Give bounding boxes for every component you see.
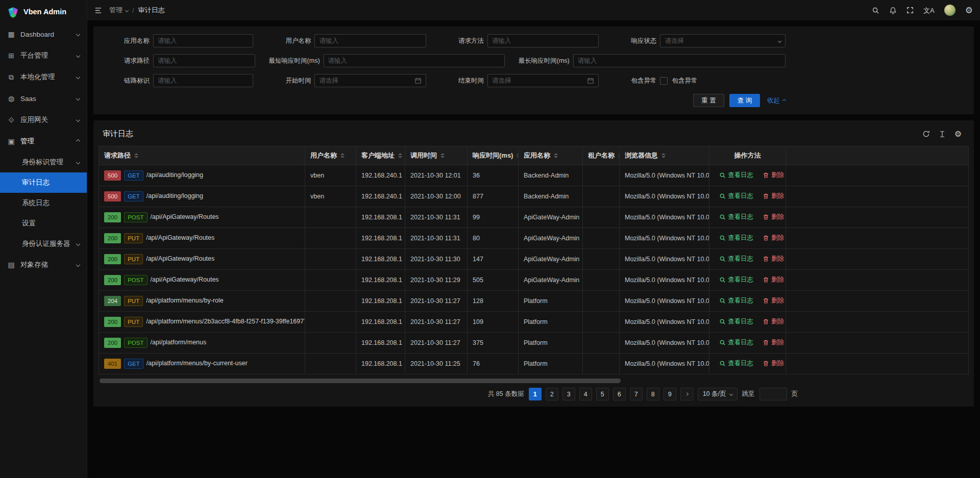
user-name-cell: vben (305, 186, 356, 207)
sidebar-item-platform[interactable]: ⊞平台管理 (0, 45, 87, 66)
end-time-picker[interactable]: 请选择 (487, 74, 599, 87)
fullscreen-icon[interactable] (906, 7, 914, 14)
view-log-button[interactable]: 查看日志 (719, 317, 753, 326)
sidebar-item-dashboard[interactable]: ▦Dashboard (0, 23, 87, 45)
delete-button[interactable]: 删除 (763, 275, 784, 284)
sidebar-subitem-system-log[interactable]: 系统日志 (0, 193, 87, 213)
sidebar-item-object-storage[interactable]: ▤对象存储 (0, 254, 87, 275)
delete-button[interactable]: 删除 (763, 296, 784, 305)
user-name-input[interactable] (319, 37, 422, 44)
reset-button[interactable]: 重 置 (693, 94, 724, 107)
page-size-value: 10 条/页 (703, 390, 726, 398)
delete-button[interactable]: 删除 (763, 234, 784, 242)
view-log-button[interactable]: 查看日志 (719, 213, 753, 221)
page-button-9[interactable]: 9 (664, 388, 676, 400)
column-header-4[interactable]: 响应时间(ms) (468, 146, 519, 165)
app-name-cell: Platform (519, 312, 583, 333)
view-log-button[interactable]: 查看日志 (719, 255, 753, 263)
column-header-7[interactable]: 浏览器信息 (620, 146, 709, 165)
page-button-7[interactable]: 7 (630, 388, 643, 400)
settings-icon[interactable]: ⚙ (965, 6, 973, 15)
request-path-text: /api/auditing/logging (146, 192, 203, 199)
call-time-cell: 2021-10-30 11:27 (405, 312, 468, 333)
view-log-button[interactable]: 查看日志 (719, 234, 753, 242)
column-header-1[interactable]: 用户名称 (305, 146, 356, 165)
trace-id-input[interactable] (158, 77, 249, 84)
column-height-icon[interactable] (939, 131, 946, 138)
column-header-3[interactable]: 调用时间 (405, 146, 468, 165)
sidebar-item-saas[interactable]: ◍Saas (0, 88, 87, 109)
http-method-input[interactable] (492, 37, 595, 44)
view-log-button[interactable]: 查看日志 (719, 359, 753, 368)
sidebar-subitem-settings[interactable]: 设置 (0, 213, 87, 234)
http-status-select[interactable]: 请选择 (660, 34, 786, 47)
page-button-6[interactable]: 6 (613, 388, 626, 400)
delete-button[interactable]: 删除 (763, 338, 784, 347)
chevron-down-icon (76, 54, 80, 58)
avatar[interactable] (944, 5, 955, 16)
search-button[interactable]: 查 询 (729, 94, 760, 107)
delete-button[interactable]: 删除 (763, 192, 784, 200)
logo[interactable]: Vben Admin (0, 0, 87, 23)
page-button-4[interactable]: 4 (579, 388, 592, 400)
sidebar-subitem-label: 审计日志 (22, 178, 80, 187)
page-button-3[interactable]: 3 (562, 388, 575, 400)
page-button-5[interactable]: 5 (596, 388, 609, 400)
page-button-1[interactable]: 1 (529, 388, 542, 400)
search-icon[interactable] (872, 7, 879, 14)
view-log-button[interactable]: 查看日志 (719, 275, 753, 284)
request-path-cell: 200POST/api/ApiGateway/Routes (99, 207, 305, 228)
sidebar-item-app-gateway[interactable]: ⟐应用网关 (0, 109, 87, 131)
sidebar-subitem-audit-log[interactable]: 审计日志 (0, 172, 87, 193)
filter-label: 链路标识 (106, 77, 150, 85)
table-row: 500GET/api/auditing/loggingvben192.168.2… (99, 186, 969, 207)
request-path-input[interactable] (158, 57, 251, 64)
column-header-6[interactable]: 租户名称 (583, 146, 620, 165)
column-header-5[interactable]: 应用名称 (519, 146, 583, 165)
delete-button[interactable]: 删除 (763, 213, 784, 221)
column-header-0[interactable]: 请求路径 (99, 146, 305, 165)
page-button-2[interactable]: 2 (546, 388, 558, 400)
view-log-label: 查看日志 (728, 317, 753, 326)
view-log-button[interactable]: 查看日志 (719, 171, 753, 180)
sidebar-collapse-icon[interactable] (94, 7, 102, 14)
view-log-button[interactable]: 查看日志 (719, 338, 753, 347)
response-time-cell: 128 (468, 291, 519, 312)
page-size-select[interactable]: 10 条/页 (698, 388, 738, 400)
column-settings-icon[interactable]: ⚙ (954, 130, 962, 138)
method-tag: GET (124, 170, 143, 181)
delete-button[interactable]: 删除 (763, 255, 784, 263)
page-button-8[interactable]: 8 (647, 388, 659, 400)
filter-label: 响应状态 (612, 37, 656, 45)
method-tag: GET (124, 191, 143, 202)
sidebar-subitem-label: 身份标识管理 (22, 158, 77, 167)
sidebar-subitem-auth-server[interactable]: 身份认证服务器 (0, 234, 87, 254)
delete-button[interactable]: 删除 (763, 359, 784, 368)
jump-page-input[interactable] (760, 388, 787, 400)
collapse-filter-link[interactable]: 收起 (767, 96, 786, 105)
max-response-time-input[interactable] (578, 57, 781, 64)
view-log-button[interactable]: 查看日志 (719, 192, 753, 200)
sidebar-item-management[interactable]: ▣管理 (0, 131, 87, 152)
sidebar-item-localization[interactable]: ⧉本地化管理 (0, 66, 87, 88)
tenant-name-cell (583, 249, 620, 270)
view-log-button[interactable]: 查看日志 (719, 296, 753, 305)
has-exception-checkbox[interactable] (660, 77, 668, 85)
delete-button[interactable]: 删除 (763, 171, 784, 180)
refresh-icon[interactable] (922, 130, 930, 138)
locale-icon[interactable]: 文A (923, 7, 935, 14)
horizontal-scrollbar-thumb[interactable] (100, 379, 621, 383)
next-page-button[interactable] (680, 388, 693, 400)
app-name-input[interactable] (158, 37, 249, 44)
breadcrumb-item-management[interactable]: 管理 (109, 6, 128, 15)
start-time-picker[interactable]: 请选择 (314, 74, 426, 87)
management-icon: ▣ (7, 137, 15, 145)
column-header-2[interactable]: 客户端地址 (356, 146, 405, 165)
user-name-cell (305, 249, 356, 270)
bell-icon[interactable] (889, 7, 897, 14)
sidebar-subitem-identity[interactable]: 身份标识管理 (0, 152, 87, 172)
min-response-time-input[interactable] (328, 57, 500, 64)
actions-cell: 查看日志删除 (709, 186, 786, 207)
delete-button[interactable]: 删除 (763, 317, 784, 326)
chevron-down-icon (76, 242, 80, 246)
